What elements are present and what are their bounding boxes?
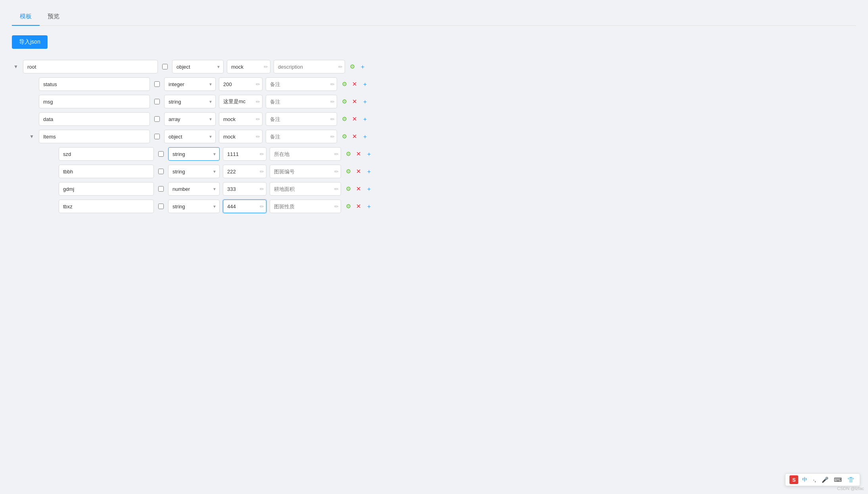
type-select-status[interactable]: integerstringnumberbooleanobjectarray [164,77,216,91]
row-data: arraystringintegernumberbooleanobject ▼ … [12,112,856,126]
desc-input-items[interactable] [266,130,337,143]
add-button-root[interactable]: ＋ [358,63,366,71]
edit-icon[interactable]: ✏ [330,81,335,87]
edit-icon[interactable]: ✏ [338,64,343,70]
ime-shirt-button[interactable]: 👕 [846,476,856,484]
desc-input-root[interactable] [274,60,345,73]
action-icons-msg: ⚙ ✕ ＋ [340,98,369,106]
field-name-data[interactable] [39,112,150,126]
gear-button-root[interactable]: ⚙ [348,63,356,71]
edit-icon[interactable]: ✏ [260,169,264,175]
type-select-data[interactable]: arraystringintegernumberbooleanobject [164,112,216,126]
chevron-items[interactable]: ▼ [28,134,36,139]
add-button-tbxz[interactable]: ＋ [365,202,373,210]
checkbox-szd[interactable] [158,151,164,157]
type-select-tbbh[interactable]: stringintegernumberbooleanobjectarray [168,165,220,178]
action-icons-status: ⚙ ✕ ＋ [340,80,369,88]
delete-button-items[interactable]: ✕ [351,133,358,140]
add-button-szd[interactable]: ＋ [365,150,373,158]
ime-chinese-button[interactable]: 中 [801,475,809,484]
delete-button-tbxz[interactable]: ✕ [354,202,362,210]
edit-icon[interactable]: ✏ [264,64,268,70]
ime-keyboard-button[interactable]: ⌨ [832,476,843,484]
checkbox-data[interactable] [154,116,160,122]
checkbox-tbbh[interactable] [158,169,164,174]
type-select-items[interactable]: objectstringintegernumberbooleanarray [164,130,216,143]
edit-icon[interactable]: ✏ [256,81,260,87]
desc-input-gdmj[interactable] [270,182,341,196]
add-button-status[interactable]: ＋ [361,80,369,88]
checkbox-status[interactable] [154,81,160,87]
edit-icon[interactable]: ✏ [334,204,339,210]
add-button-tbbh[interactable]: ＋ [365,167,373,175]
field-name-status[interactable] [39,77,150,91]
checkbox-items[interactable] [154,134,160,139]
type-select-gdmj[interactable]: numberstringintegerbooleanobjectarray [168,182,220,196]
gear-button-data[interactable]: ⚙ [340,115,348,123]
checkbox-msg[interactable] [154,99,160,104]
delete-button-tbbh[interactable]: ✕ [354,167,362,175]
type-select-root[interactable]: objectstringintegernumberbooleanarray [172,60,224,73]
action-icons-data: ⚙ ✕ ＋ [340,115,369,123]
desc-input-data[interactable] [266,112,337,126]
row-szd: stringintegernumberbooleanobjectarray ▼ … [12,147,856,161]
edit-icon[interactable]: ✏ [334,151,339,157]
desc-input-szd[interactable] [270,147,341,161]
field-name-szd[interactable] [59,147,154,161]
delete-button-status[interactable]: ✕ [351,80,358,88]
edit-icon[interactable]: ✏ [260,186,264,192]
row-status: integerstringnumberbooleanobjectarray ▼ … [12,77,856,91]
add-button-items[interactable]: ＋ [361,133,369,140]
chevron-root[interactable]: ▼ [12,64,20,69]
gear-button-items[interactable]: ⚙ [340,133,348,140]
edit-icon[interactable]: ✏ [260,204,264,210]
action-icons-tbxz: ⚙ ✕ ＋ [344,202,373,210]
tab-preview[interactable]: 预览 [40,8,67,26]
gear-button-status[interactable]: ⚙ [340,80,348,88]
edit-icon[interactable]: ✏ [256,116,260,122]
delete-button-gdmj[interactable]: ✕ [354,185,362,193]
checkbox-root[interactable] [162,64,168,69]
import-json-button[interactable]: 导入json [12,35,48,49]
type-select-msg[interactable]: stringintegernumberbooleanobjectarray [164,95,216,108]
edit-icon[interactable]: ✏ [334,186,339,192]
edit-icon[interactable]: ✏ [334,169,339,175]
edit-icon[interactable]: ✏ [256,99,260,105]
edit-icon[interactable]: ✏ [260,151,264,157]
field-name-tbbh[interactable] [59,165,154,178]
gear-button-tbbh[interactable]: ⚙ [344,167,352,175]
ime-mic-button[interactable]: 🎤 [820,476,830,484]
action-icons-tbbh: ⚙ ✕ ＋ [344,167,373,175]
gear-button-tbxz[interactable]: ⚙ [344,202,352,210]
delete-button-szd[interactable]: ✕ [354,150,362,158]
add-button-gdmj[interactable]: ＋ [365,185,373,193]
type-select-tbxz[interactable]: stringintegernumberbooleanobjectarray [168,200,220,213]
desc-input-tbbh[interactable] [270,165,341,178]
field-name-root[interactable] [23,60,158,73]
gear-button-gdmj[interactable]: ⚙ [344,185,352,193]
desc-input-msg[interactable] [266,95,337,108]
checkbox-tbxz[interactable] [158,204,164,209]
tab-bar: 模板 预览 [12,8,856,26]
field-name-items[interactable] [39,130,150,143]
tab-template[interactable]: 模板 [12,8,40,26]
edit-icon[interactable]: ✏ [256,134,260,140]
row-tbbh: stringintegernumberbooleanobjectarray ▼ … [12,165,856,178]
edit-icon[interactable]: ✏ [330,134,335,140]
delete-button-msg[interactable]: ✕ [351,98,358,106]
field-name-msg[interactable] [39,95,150,108]
type-select-szd[interactable]: stringintegernumberbooleanobjectarray [168,147,220,161]
checkbox-gdmj[interactable] [158,186,164,192]
ime-dot-button[interactable]: ·, [811,476,818,484]
gear-button-szd[interactable]: ⚙ [344,150,352,158]
add-button-msg[interactable]: ＋ [361,98,369,106]
gear-button-msg[interactable]: ⚙ [340,98,348,106]
desc-input-tbxz[interactable] [270,200,341,213]
desc-input-status[interactable] [266,77,337,91]
delete-button-data[interactable]: ✕ [351,115,358,123]
edit-icon[interactable]: ✏ [330,99,335,105]
field-name-tbxz[interactable] [59,200,154,213]
edit-icon[interactable]: ✏ [330,116,335,122]
field-name-gdmj[interactable] [59,182,154,196]
add-button-data[interactable]: ＋ [361,115,369,123]
